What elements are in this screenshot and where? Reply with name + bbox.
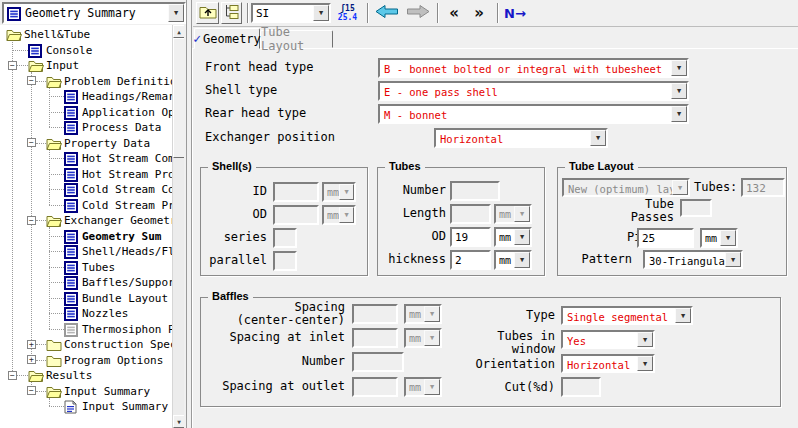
expand-icon[interactable]: + — [27, 340, 36, 349]
collapse-icon[interactable]: − — [27, 138, 36, 147]
tubes-in-window-combo[interactable]: Yes▼ — [561, 330, 655, 349]
next-topic-button[interactable]: N→ — [502, 3, 528, 23]
tree-connector — [49, 205, 64, 206]
tree-item-application-op[interactable]: Application Op — [0, 104, 184, 120]
chevron-down-icon[interactable]: ▼ — [671, 106, 687, 122]
tree-connector — [49, 189, 64, 190]
tree-view-icon — [224, 3, 240, 23]
chevron-down-icon[interactable]: ▼ — [590, 130, 606, 146]
unit-value: mm — [496, 229, 514, 245]
form-icon — [64, 105, 80, 119]
unit-conversion-button[interactable]: ʃ15 25.4 — [335, 3, 360, 24]
form-icon — [64, 291, 80, 305]
tree-item-input[interactable]: −Input — [0, 57, 184, 73]
tree-item-process-data[interactable]: Process Data — [0, 119, 184, 135]
tree-item-input-summary[interactable]: Input Summary — [0, 398, 184, 414]
tube-length-unit-combo: mm▼ — [494, 204, 532, 224]
cut-label: Cut(%d) — [435, 381, 555, 394]
tree-item-construction-spec[interactable]: +Construction Spec — [0, 336, 184, 352]
collapse-icon[interactable]: − — [27, 216, 36, 225]
tab-tube-layout[interactable]: Tube Layout — [260, 30, 333, 48]
chevron-down-icon[interactable]: ▼ — [671, 83, 687, 99]
collapse-icon[interactable]: − — [27, 386, 36, 395]
expand-icon[interactable]: + — [27, 355, 36, 364]
tree-item-property-data[interactable]: −Property Data — [0, 135, 184, 151]
tree-connector — [49, 406, 64, 407]
pitch-field[interactable]: 25 — [637, 228, 694, 248]
orientation-value: Horizontal — [563, 356, 637, 371]
chevron-down-icon[interactable]: ▼ — [168, 4, 184, 22]
scrollbar-thumb[interactable] — [173, 38, 184, 158]
tree-item-baffles-suppor[interactable]: Baffles/Suppor — [0, 274, 184, 290]
folder-closed-icon — [46, 337, 62, 351]
collapse-icon[interactable]: − — [8, 61, 17, 70]
navigation-tree: Shell&TubeConsole−Input−Problem Definiti… — [0, 25, 184, 428]
shell-type-label: Shell type — [205, 84, 277, 97]
back-button[interactable] — [373, 4, 401, 22]
shell-series-field — [273, 228, 297, 248]
tree-item-hot-stream-pro[interactable]: Hot Stream Pro — [0, 166, 184, 182]
tree-connector — [49, 329, 64, 330]
pitch-unit-combo[interactable]: mm▼ — [700, 228, 738, 248]
shell-type-combo[interactable]: E - one pass shell▼ — [378, 81, 689, 101]
tube-length-field — [450, 204, 491, 224]
exchanger-position-combo[interactable]: Horizontal▼ — [434, 128, 608, 148]
tab-tube-layout-label: Tube Layout — [261, 25, 332, 53]
tree-scrollbar[interactable]: ▲ ▼ — [172, 25, 184, 428]
tree-item-program-options[interactable]: +Program Options — [0, 352, 184, 368]
units-system-combo[interactable]: SI ▼ — [251, 3, 331, 23]
tree-item-headings-remar[interactable]: Headings/Remar — [0, 88, 184, 104]
tree-item-bundle-layout[interactable]: Bundle Layout — [0, 290, 184, 306]
chevron-down-icon[interactable]: ▼ — [675, 308, 691, 323]
pattern-combo[interactable]: 30-Triangula▼ — [643, 250, 743, 269]
tree-item-nozzles[interactable]: Nozzles — [0, 305, 184, 321]
rear-head-type-combo[interactable]: M - bonnet▼ — [378, 104, 689, 124]
toolbar-separator — [247, 3, 249, 23]
baffle-spacing-outlet-field — [352, 377, 398, 397]
folder-up-button[interactable] — [196, 2, 219, 24]
tube-thickness-field[interactable]: 2 — [450, 250, 491, 270]
shell-type-value: E - one pass shell — [380, 83, 671, 99]
scroll-up-icon[interactable]: ▲ — [173, 25, 184, 38]
forward-button[interactable] — [404, 4, 432, 22]
front-head-type-combo[interactable]: B - bonnet bolted or integral with tubes… — [378, 58, 689, 78]
tree-item-problem-definitio[interactable]: −Problem Definitio — [0, 73, 184, 89]
chevron-down-icon[interactable]: ▼ — [725, 252, 741, 267]
tree-view-button[interactable] — [221, 2, 242, 24]
previous-item-button[interactable]: « — [442, 3, 465, 23]
scroll-down-icon[interactable]: ▼ — [173, 415, 184, 428]
tree-item-results[interactable]: −Results — [0, 367, 184, 383]
tube-od-field[interactable]: 19 — [450, 227, 491, 247]
chevron-down-icon[interactable]: ▼ — [313, 5, 329, 21]
tree-item-thermosiphon-p[interactable]: Thermosiphon P — [0, 321, 184, 337]
form-icon — [64, 182, 80, 196]
tree-item-shell-tube[interactable]: Shell&Tube — [0, 26, 184, 42]
chevron-down-icon[interactable]: ▼ — [637, 332, 653, 347]
orientation-combo[interactable]: Horizontal▼ — [561, 354, 655, 373]
tree-item-hot-stream-com[interactable]: Hot Stream Com — [0, 150, 184, 166]
tree-connector — [49, 313, 64, 314]
collapse-icon[interactable]: − — [27, 76, 36, 85]
collapse-icon[interactable]: − — [8, 371, 17, 380]
tube-od-unit-combo[interactable]: mm▼ — [494, 227, 532, 247]
chevron-down-icon[interactable]: ▼ — [514, 229, 530, 245]
navigator-combo[interactable]: Geometry Summary ▼ — [2, 2, 186, 24]
tube-thickness-unit-combo[interactable]: mm▼ — [494, 250, 532, 270]
chevron-down-icon[interactable]: ▼ — [671, 60, 687, 76]
chevron-down-icon[interactable]: ▼ — [514, 252, 530, 268]
folder-closed-icon — [46, 353, 62, 367]
tube-thickness-label: hickness — [326, 253, 446, 266]
baffle-type-combo[interactable]: Single segmental▼ — [561, 306, 693, 325]
chevron-down-icon[interactable]: ▼ — [720, 230, 736, 246]
next-item-button[interactable]: » — [467, 3, 490, 23]
tubes-count-label: Tubes: — [694, 181, 737, 194]
tubes-in-window-value: Yes — [563, 332, 637, 347]
tree-connector — [36, 360, 46, 361]
tab-geometry-label: Geometry — [203, 32, 261, 46]
chevron-down-icon[interactable]: ▼ — [637, 356, 653, 371]
tab-geometry[interactable]: ✓ Geometry — [194, 28, 260, 49]
tree-connector — [17, 375, 28, 376]
tree-item-console[interactable]: Console — [0, 42, 184, 58]
toolbar: SI ▼ ʃ15 25.4 « » N→ — [193, 0, 798, 27]
tree-item-input-summary[interactable]: −Input Summary — [0, 383, 184, 399]
